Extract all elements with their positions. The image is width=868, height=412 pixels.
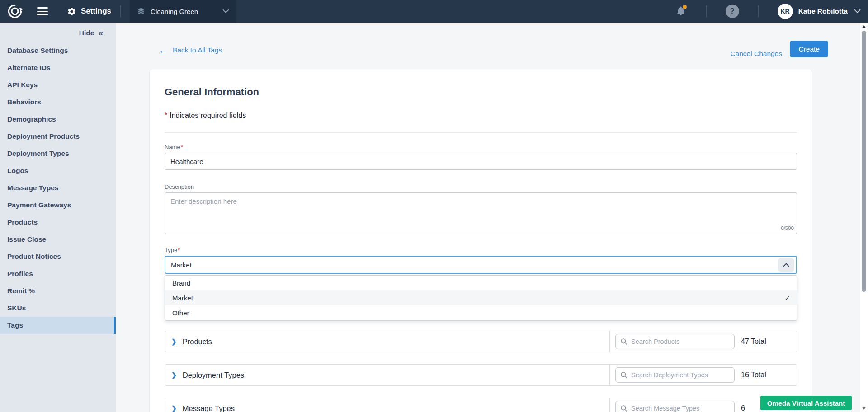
user-avatar[interactable]: KR <box>778 4 793 19</box>
character-counter: 0/500 <box>781 225 794 231</box>
search-input-message-types[interactable] <box>631 405 730 412</box>
section-label: Message Types <box>183 404 235 412</box>
section-total: 6 <box>741 404 745 412</box>
omeda-virtual-assistant-button[interactable]: Omeda Virtual Assistant <box>760 396 852 410</box>
search-icon <box>620 338 627 345</box>
sidebar-item-alternate-ids[interactable]: Alternate IDs <box>0 59 116 76</box>
search-box-message-types <box>615 401 735 412</box>
section-total: 47 Total <box>741 337 766 346</box>
name-field-label: Name* <box>165 144 797 150</box>
description-field-label: Description <box>165 183 797 190</box>
sidebar-item-deployment-types[interactable]: Deployment Types <box>0 145 116 162</box>
settings-sidebar: Hide « Database SettingsAlternate IDsAPI… <box>0 23 116 412</box>
topbar-divider <box>120 5 121 17</box>
search-box-deployment-types <box>615 367 735 383</box>
type-field-label: Type* <box>165 247 797 253</box>
database-selector-value: Cleaning Green <box>151 8 198 15</box>
page-scrollbar[interactable] <box>860 23 868 412</box>
type-dropdown-panel: BrandMarket✓Other <box>165 275 797 321</box>
chevron-right-icon[interactable]: ❯ <box>171 338 177 345</box>
required-asterisk: * <box>181 144 183 150</box>
chevron-down-icon <box>222 9 229 14</box>
sidebar-item-message-types[interactable]: Message Types <box>0 179 116 197</box>
required-asterisk: * <box>165 112 167 119</box>
back-to-all-tags-link[interactable]: ← Back to All Tags <box>159 45 222 55</box>
sidebar-menu: Database SettingsAlternate IDsAPI KeysBe… <box>0 42 116 334</box>
collapse-double-chevron-icon: « <box>98 28 103 37</box>
search-box-products <box>615 334 735 349</box>
topbar-divider <box>706 5 707 17</box>
section-row-deployment-types[interactable]: ❯Deployment Types16 Total <box>165 364 797 386</box>
topbar-right-cluster: ? KR Katie Robilotta <box>675 4 861 19</box>
chevron-right-icon[interactable]: ❯ <box>171 405 177 412</box>
search-input-deployment-types[interactable] <box>631 371 730 379</box>
search-input-products[interactable] <box>631 338 730 345</box>
user-menu-chevron-down-icon[interactable] <box>854 9 861 14</box>
back-arrow-icon: ← <box>159 45 168 55</box>
accordion-sections: ❯Products47 Total❯Deployment Types16 Tot… <box>165 331 797 412</box>
search-icon <box>620 405 627 412</box>
sidebar-item-payment-gateways[interactable]: Payment Gateways <box>0 197 116 214</box>
cancel-changes-link[interactable]: Cancel Changes <box>730 50 782 58</box>
section-total: 16 Total <box>741 371 766 379</box>
notifications-bell-icon[interactable] <box>675 5 687 17</box>
scrollbar-up-arrow-icon[interactable] <box>862 25 866 28</box>
sidebar-item-database-settings[interactable]: Database Settings <box>0 42 116 59</box>
top-navigation-bar: Settings Cleaning Green ? KR Katie Robil… <box>0 0 868 23</box>
check-icon: ✓ <box>784 290 790 305</box>
type-select-value: Market <box>171 261 192 269</box>
section-label: Products <box>183 337 212 346</box>
description-field-wrap: 0/500 <box>165 192 797 234</box>
sidebar-item-demographics[interactable]: Demographics <box>0 111 116 128</box>
hide-label: Hide <box>79 29 94 37</box>
sidebar-item-profiles[interactable]: Profiles <box>0 265 116 282</box>
type-option-market[interactable]: Market✓ <box>165 290 797 305</box>
page-title: General Information <box>165 86 797 98</box>
sidebar-item-api-keys[interactable]: API Keys <box>0 76 116 94</box>
sidebar-item-remit[interactable]: Remit % <box>0 282 116 300</box>
section-search-area: 47 Total <box>609 331 797 352</box>
main-content: ← Back to All Tags Cancel Changes Create… <box>116 23 868 412</box>
section-search-area: 16 Total <box>609 365 797 385</box>
required-fields-note: *Indicates required fields <box>165 112 797 120</box>
type-select-collapse-button[interactable] <box>778 258 794 272</box>
chevron-up-icon <box>783 263 789 267</box>
settings-nav: Settings <box>67 7 111 16</box>
scrollbar-thumb[interactable] <box>862 31 866 292</box>
search-icon <box>620 371 627 379</box>
type-select[interactable]: Market <box>165 256 797 274</box>
topbar-divider <box>758 5 759 17</box>
sidebar-item-tags[interactable]: Tags <box>0 317 116 334</box>
sidebar-item-logos[interactable]: Logos <box>0 162 116 179</box>
section-divider <box>165 132 797 133</box>
database-icon <box>137 7 145 15</box>
chevron-right-icon[interactable]: ❯ <box>171 372 177 378</box>
sidebar-item-deployment-products[interactable]: Deployment Products <box>0 128 116 145</box>
gear-icon <box>67 7 76 16</box>
section-label: Deployment Types <box>183 371 244 379</box>
help-icon[interactable]: ? <box>726 5 739 18</box>
back-link-label: Back to All Tags <box>173 46 222 54</box>
database-selector-dropdown[interactable]: Cleaning Green <box>130 0 236 23</box>
sidebar-item-issue-close[interactable]: Issue Close <box>0 231 116 248</box>
user-name: Katie Robilotta <box>798 7 848 15</box>
sidebar-item-skus[interactable]: SKUs <box>0 300 116 317</box>
scrollbar-down-arrow-icon[interactable] <box>862 407 866 410</box>
type-option-other[interactable]: Other <box>165 305 797 320</box>
hamburger-menu-icon[interactable] <box>37 7 48 15</box>
type-option-brand[interactable]: Brand <box>165 276 797 290</box>
sidebar-hide-button[interactable]: Hide « <box>0 23 116 42</box>
omeda-logo-icon[interactable] <box>6 3 24 20</box>
section-row-message-types[interactable]: ❯Message Types6 <box>165 398 797 412</box>
create-button[interactable]: Create <box>790 41 828 57</box>
tag-form-card: General Information *Indicates required … <box>149 69 812 412</box>
sidebar-item-product-notices[interactable]: Product Notices <box>0 248 116 265</box>
description-textarea[interactable] <box>165 192 797 234</box>
settings-title: Settings <box>81 7 111 16</box>
sidebar-item-products[interactable]: Products <box>0 214 116 231</box>
section-row-products[interactable]: ❯Products47 Total <box>165 331 797 352</box>
notification-badge-dot <box>683 5 687 9</box>
sidebar-item-behaviors[interactable]: Behaviors <box>0 94 116 111</box>
required-asterisk: * <box>178 247 180 253</box>
name-input[interactable] <box>165 153 797 170</box>
